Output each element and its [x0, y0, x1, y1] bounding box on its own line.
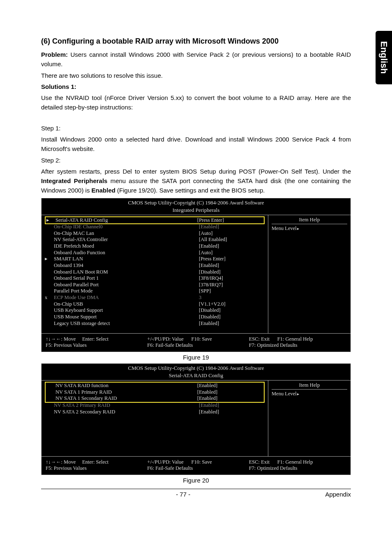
- bios-setting-row: On-Chip MAC Lan[Auto]: [45, 230, 265, 237]
- setting-value: [Enabled]: [197, 389, 263, 396]
- setting-value: [Enabled]: [199, 402, 265, 409]
- bios20-help-panel: Item Help Menu Level: [268, 381, 350, 456]
- page-content: (6) Configuring a bootable RAID array wi…: [0, 0, 392, 510]
- row-marker: [46, 383, 55, 389]
- bios20-menu-level: Menu Level: [272, 391, 347, 397]
- bios-setting-row: Onboard Parallel Port[378/IRQ7]: [45, 282, 265, 288]
- bios-setting-row: ▸Serial-ATA RAID Config[Press Enter]: [46, 217, 263, 224]
- row-marker: [45, 275, 54, 282]
- bios-setting-row: NV Serial-ATA Controller[All Enabled]: [45, 237, 265, 243]
- highlighted-group: ▸Serial-ATA RAID Config[Press Enter]: [45, 216, 265, 225]
- bios-setting-row: NV SATA 1 Secondary RAID[Enabled]: [46, 395, 263, 402]
- setting-label: ECP Mode Use DMA: [54, 295, 199, 301]
- setting-value: [378/IRQ7]: [199, 282, 265, 288]
- bios-setting-row: NV SATA 2 Secondary RAID[Enabled]: [45, 409, 265, 415]
- row-marker: [45, 409, 54, 415]
- step2-label: Step 2:: [41, 155, 351, 165]
- row-marker: [45, 262, 54, 269]
- setting-label: NV SATA RAID function: [55, 383, 197, 389]
- setting-value: [Press Enter]: [199, 256, 265, 262]
- row-marker: [45, 301, 54, 308]
- row-marker: [45, 288, 54, 295]
- problem-text: Users cannot install Windows 2000 with S…: [41, 51, 351, 67]
- setting-label: Serial-ATA RAID Config: [55, 217, 197, 224]
- bios-setting-row: Legacy USB storage detect[Enabled]: [45, 320, 265, 327]
- section-heading: (6) Configuring a bootable RAID array wi…: [41, 37, 351, 46]
- setting-label: On-Chip MAC Lan: [54, 230, 199, 237]
- solutions1-text: Use the NVRAID tool (nForce Driver Versi…: [41, 93, 351, 112]
- row-marker: [45, 402, 54, 409]
- setting-value: [Auto]: [199, 250, 265, 256]
- bios19-header: CMOS Setup Utility-Copyright (C) 1984-20…: [42, 198, 350, 207]
- setting-value: [Disabled]: [199, 314, 265, 320]
- setting-label: NV SATA 1 Secondary RAID: [55, 395, 197, 402]
- setting-label: NV SATA 2 Secondary RAID: [54, 409, 199, 415]
- body-text: Problem: Users cannot install Windows 20…: [41, 50, 351, 195]
- row-marker: [45, 250, 54, 256]
- bios19-help-title: Item Help: [272, 217, 347, 224]
- bios19-help-panel: Item Help Menu Level: [268, 215, 350, 334]
- bios20-subheader: Serial-ATA RAID Config: [42, 372, 350, 381]
- figure-20-caption: Figure 20: [41, 477, 351, 484]
- page-number: - 77 -: [176, 491, 190, 498]
- page-footer: - 77 - Appendix: [41, 489, 351, 498]
- setting-value: [Enabled]: [199, 262, 265, 269]
- bios-setting-row: Onboard Audio Function[Auto]: [45, 250, 265, 256]
- setting-label: Onboard Serial Port 1: [54, 275, 199, 282]
- row-marker: [46, 395, 55, 402]
- setting-label: On-Chip USB: [54, 301, 199, 308]
- bios-setting-row: Onboard LAN Boot ROM[Disabled]: [45, 269, 265, 276]
- setting-value: [SPP]: [199, 288, 265, 295]
- bios19-footer: ↑↓→←: Move Enter: Select F5: Previous Va…: [42, 333, 350, 352]
- step1-text: Install Windows 2000 onto a selected har…: [41, 135, 351, 154]
- setting-value: 3: [199, 295, 265, 301]
- row-marker: [46, 389, 55, 396]
- step1-label: Step 1:: [41, 123, 351, 133]
- row-marker: x: [45, 295, 54, 301]
- setting-label: Legacy USB storage detect: [54, 320, 199, 327]
- setting-value: [Enabled]: [199, 224, 265, 230]
- setting-value: [Disabled]: [199, 307, 265, 314]
- bios20-help-title: Item Help: [272, 382, 347, 390]
- setting-label: IDE Prefetch Moed: [54, 243, 199, 250]
- bios-setting-row: NV SATA 1 Primary RAID[Enabled]: [46, 389, 263, 396]
- bios-setting-row: Onboard 1394[Enabled]: [45, 262, 265, 269]
- setting-value: [3F8/IRQ4]: [199, 275, 265, 282]
- setting-label: Onboard LAN Boot ROM: [54, 269, 199, 276]
- setting-label: USB Mouse Support: [54, 314, 199, 320]
- row-marker: ▸: [46, 217, 55, 224]
- bios-setting-row: IDE Prefetch Moed[Enabled]: [45, 243, 265, 250]
- setting-value: [Enabled]: [197, 395, 263, 402]
- row-marker: [45, 237, 54, 243]
- appendix-label: Appendix: [325, 491, 351, 498]
- bios-setting-row: USB Keyboard Support[Disabled]: [45, 307, 265, 314]
- step2-text: After system restarts, press Del to ente…: [41, 167, 351, 195]
- setting-label: On-Chip IDE Channel0: [54, 224, 199, 230]
- bios-figure-20: CMOS Setup Utility-Copyright (C) 1984-20…: [41, 363, 351, 475]
- setting-value: [Enabled]: [199, 409, 265, 415]
- intro-line: There are two solutions to resolve this …: [41, 71, 351, 80]
- row-marker: [45, 307, 54, 314]
- setting-label: SMART LAN: [54, 256, 199, 262]
- row-marker: [45, 320, 54, 327]
- figure-19-caption: Figure 19: [41, 354, 351, 361]
- setting-value: [Enabled]: [199, 243, 265, 250]
- bios-setting-row: ▸SMART LAN[Press Enter]: [45, 256, 265, 262]
- bios-setting-row: On-Chip IDE Channel0[Enabled]: [45, 224, 265, 230]
- bios-setting-row: Parallel Port Mode[SPP]: [45, 288, 265, 295]
- setting-label: Onboard Parallel Port: [54, 282, 199, 288]
- setting-value: [V1.1+V2.0]: [199, 301, 265, 308]
- bios-setting-row: Onboard Serial Port 1[3F8/IRQ4]: [45, 275, 265, 282]
- setting-value: [Press Enter]: [197, 217, 263, 224]
- bios-setting-row: USB Mouse Support[Disabled]: [45, 314, 265, 320]
- bios-setting-row: NV SATA 2 Primary RAID[Enabled]: [45, 402, 265, 409]
- row-marker: [45, 243, 54, 250]
- setting-value: [All Enabled]: [199, 237, 265, 243]
- setting-label: Parallel Port Mode: [54, 288, 199, 295]
- setting-label: Onboard 1394: [54, 262, 199, 269]
- setting-label: USB Keyboard Support: [54, 307, 199, 314]
- setting-label: Onboard Audio Function: [54, 250, 199, 256]
- bios19-subheader: Integrated Peripherals: [42, 207, 350, 215]
- row-marker: [45, 230, 54, 237]
- bios-setting-row: xECP Mode Use DMA3: [45, 295, 265, 301]
